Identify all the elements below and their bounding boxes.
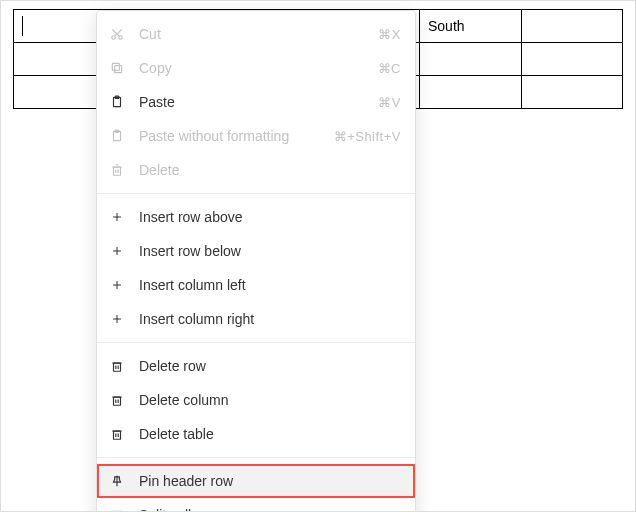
menu-item-label: Delete column — [139, 392, 401, 408]
plus-icon — [109, 209, 125, 225]
table-cell[interactable] — [420, 43, 522, 76]
menu-item-cut[interactable]: Cut ⌘X — [97, 17, 415, 51]
menu-item-label: Insert row above — [139, 209, 401, 225]
menu-item-label: Insert row below — [139, 243, 401, 259]
menu-item-copy[interactable]: Copy ⌘C — [97, 51, 415, 85]
menu-item-insert-col-right[interactable]: Insert column right — [97, 302, 415, 336]
table-cell[interactable] — [521, 76, 623, 109]
svg-rect-10 — [114, 167, 121, 175]
menu-item-label: Insert column left — [139, 277, 401, 293]
menu-item-insert-col-left[interactable]: Insert column left — [97, 268, 415, 302]
menu-item-paste[interactable]: Paste ⌘V — [97, 85, 415, 119]
menu-item-pin-header-row[interactable]: Pin header row — [97, 464, 415, 498]
table-cell[interactable] — [521, 10, 623, 43]
menu-item-label: Pin header row — [139, 473, 401, 489]
menu-item-insert-row-above[interactable]: Insert row above — [97, 200, 415, 234]
plus-icon — [109, 243, 125, 259]
trash-icon — [109, 358, 125, 374]
copy-icon — [109, 60, 125, 76]
plus-icon — [109, 277, 125, 293]
svg-point-0 — [112, 36, 116, 40]
menu-item-paste-nofmt[interactable]: Paste without formatting ⌘+Shift+V — [97, 119, 415, 153]
menu-item-label: Insert column right — [139, 311, 401, 327]
menu-item-shortcut: ⌘X — [378, 27, 401, 42]
menu-item-shortcut: ⌘V — [378, 95, 401, 110]
svg-rect-27 — [114, 397, 121, 405]
pin-icon — [109, 473, 125, 489]
menu-separator — [97, 342, 415, 343]
menu-item-delete[interactable]: Delete — [97, 153, 415, 187]
svg-rect-31 — [114, 431, 121, 439]
menu-separator — [97, 457, 415, 458]
menu-item-split-cell[interactable]: Split cell — [97, 498, 415, 512]
menu-item-label: Split cell — [139, 507, 401, 512]
svg-rect-5 — [112, 63, 119, 70]
menu-item-label: Copy — [139, 60, 378, 76]
menu-item-shortcut: ⌘+Shift+V — [334, 129, 401, 144]
split-cell-icon — [109, 507, 125, 512]
trash-icon — [109, 392, 125, 408]
paste-nofmt-icon — [109, 128, 125, 144]
menu-item-delete-table[interactable]: Delete table — [97, 417, 415, 451]
table-cell[interactable] — [521, 43, 623, 76]
svg-rect-4 — [115, 66, 122, 73]
menu-item-label: Delete row — [139, 358, 401, 374]
table-cell[interactable] — [420, 76, 522, 109]
context-menu: Cut ⌘X Copy ⌘C Paste ⌘V Paste without fo… — [96, 10, 416, 512]
trash-icon — [109, 162, 125, 178]
menu-item-delete-row[interactable]: Delete row — [97, 349, 415, 383]
menu-item-label: Delete table — [139, 426, 401, 442]
menu-item-shortcut: ⌘C — [378, 61, 401, 76]
cut-icon — [109, 26, 125, 42]
table-cell[interactable]: South — [420, 10, 522, 43]
trash-icon — [109, 426, 125, 442]
svg-point-1 — [119, 36, 123, 40]
menu-separator — [97, 193, 415, 194]
menu-item-insert-row-below[interactable]: Insert row below — [97, 234, 415, 268]
menu-item-label: Cut — [139, 26, 378, 42]
plus-icon — [109, 311, 125, 327]
menu-item-label: Paste — [139, 94, 378, 110]
paste-icon — [109, 94, 125, 110]
menu-item-label: Delete — [139, 162, 401, 178]
menu-item-delete-column[interactable]: Delete column — [97, 383, 415, 417]
menu-item-label: Paste without formatting — [139, 128, 334, 144]
svg-rect-23 — [114, 363, 121, 371]
